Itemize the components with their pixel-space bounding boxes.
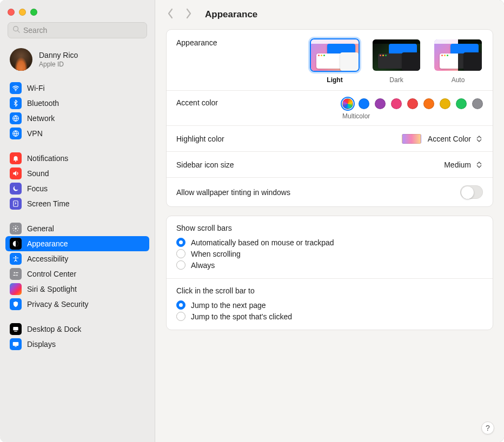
- stepper-icon: [475, 160, 483, 170]
- sidebar-item-screentime[interactable]: Screen Time: [5, 196, 149, 211]
- svg-point-10: [14, 272, 15, 273]
- accent-selected-label: Multicolor: [342, 112, 483, 120]
- click-scroll-option[interactable]: Jump to the next page: [176, 299, 483, 311]
- general-icon: [10, 223, 22, 235]
- sidebar-group: GeneralAppearanceAccessibilityControl Ce…: [0, 219, 155, 314]
- sidebar-item-desktopdock[interactable]: Desktop & Dock: [5, 322, 149, 337]
- highlight-color-select[interactable]: Accent Color: [402, 134, 483, 144]
- page-title: Appearance: [205, 9, 257, 20]
- close-window-button[interactable]: [8, 9, 15, 16]
- bluetooth-icon: [10, 97, 22, 109]
- sidebar-item-label: Bluetooth: [27, 99, 59, 108]
- highlight-swatch-icon: [402, 134, 421, 144]
- svg-point-9: [15, 256, 16, 257]
- sound-icon: [10, 168, 22, 179]
- sidebar-item-focus[interactable]: Focus: [5, 181, 149, 196]
- sidebar-item-vpn[interactable]: VPN: [5, 126, 149, 141]
- click-scroll-label: Jump to the spot that's clicked: [191, 312, 292, 321]
- highlight-value: Accent Color: [428, 135, 471, 143]
- svg-rect-16: [15, 346, 17, 347]
- scrollbars-label: When scrolling: [191, 250, 241, 258]
- sidebar-item-label: Appearance: [27, 239, 68, 248]
- sidebar-size-value: Medium: [444, 160, 471, 169]
- sidebar-item-label: VPN: [27, 129, 43, 138]
- content-area: Appearance Appearance Light Dark: [155, 0, 504, 442]
- sidebar-item-controlcenter[interactable]: Control Center: [5, 266, 149, 282]
- zoom-window-button[interactable]: [30, 9, 37, 16]
- appearance-option-label: Light: [327, 76, 342, 84]
- search-input[interactable]: [23, 26, 142, 35]
- sidebar-item-general[interactable]: General: [5, 221, 149, 236]
- highlight-label: Highlight color: [176, 135, 224, 143]
- sidebar-group: Wi-FiBluetoothNetworkVPN: [0, 78, 155, 143]
- sidebar-group: NotificationsSoundFocusScreen Time: [0, 149, 155, 213]
- wallpaper-tinting-row: Allow wallpaper tinting in windows: [167, 178, 493, 206]
- accessibility-icon: [10, 253, 22, 265]
- sidebar-item-siri[interactable]: Siri & Spotlight: [5, 282, 149, 297]
- accent-swatch-0[interactable]: [342, 98, 353, 109]
- svg-rect-13: [13, 327, 18, 330]
- appearance-option-label: Auto: [452, 76, 465, 84]
- svg-line-1: [18, 31, 20, 33]
- wallpaper-tint-toggle[interactable]: [460, 185, 483, 199]
- sidebar-item-label: Siri & Spotlight: [27, 285, 77, 293]
- sidebar-item-accessibility[interactable]: Accessibility: [5, 251, 149, 266]
- sidebar-item-label: Displays: [27, 340, 56, 349]
- focus-icon: [10, 183, 22, 195]
- user-sub: Apple ID: [39, 61, 78, 68]
- sidebar-item-privacy[interactable]: Privacy & Security: [5, 297, 149, 312]
- user-name: Danny Rico: [39, 51, 78, 59]
- sidebar-item-displays[interactable]: Displays: [5, 337, 149, 352]
- appearance-option-dark[interactable]: [372, 38, 421, 72]
- sidebar-item-label: Sound: [27, 169, 49, 178]
- appearance-label: Appearance: [176, 38, 217, 47]
- content-header: Appearance: [155, 0, 504, 29]
- controlcenter-icon: [10, 268, 22, 280]
- appearance-option-light[interactable]: [310, 38, 360, 72]
- scrollbars-block: Show scroll bars Automatically based on …: [167, 216, 493, 278]
- scrollbars-option[interactable]: Automatically based on mouse or trackpad: [176, 237, 483, 248]
- search-field[interactable]: [8, 22, 147, 38]
- appearance-option-auto[interactable]: [433, 38, 483, 72]
- sidebar-item-notifications[interactable]: Notifications: [5, 151, 149, 166]
- accent-swatch-2[interactable]: [375, 98, 386, 109]
- sidebar-item-network[interactable]: Network: [5, 111, 149, 126]
- radio-button: [176, 312, 185, 321]
- appearance-row: Appearance Light Dark: [167, 30, 493, 91]
- accent-swatch-3[interactable]: [391, 98, 402, 109]
- screentime-icon: [10, 198, 22, 210]
- sidebar-item-appearance[interactable]: Appearance: [5, 236, 149, 251]
- click-scroll-heading: Click in the scroll bar to: [176, 286, 483, 295]
- back-button[interactable]: [166, 8, 175, 21]
- scroll-panel: Show scroll bars Automatically based on …: [166, 216, 493, 330]
- sidebar-item-label: Privacy & Security: [27, 300, 89, 309]
- privacy-icon: [10, 298, 22, 310]
- highlight-color-row: Highlight color Accent Color: [167, 126, 493, 152]
- sidebar-size-select[interactable]: Medium: [444, 160, 483, 170]
- accent-swatch-7[interactable]: [456, 98, 467, 109]
- sidebar-item-label: Wi-Fi: [27, 84, 45, 92]
- accent-swatch-1[interactable]: [359, 98, 369, 109]
- radio-button: [176, 238, 185, 247]
- wifi-icon: [10, 82, 22, 94]
- accent-swatch-4[interactable]: [407, 98, 418, 109]
- scrollbars-option[interactable]: Always: [176, 259, 483, 271]
- scrollbars-option[interactable]: When scrolling: [176, 248, 483, 259]
- minimize-window-button[interactable]: [19, 9, 26, 16]
- sidebar-item-wifi[interactable]: Wi-Fi: [5, 81, 149, 96]
- click-scroll-option[interactable]: Jump to the spot that's clicked: [176, 311, 483, 322]
- accent-swatch-5[interactable]: [423, 98, 434, 109]
- sidebar-item-bluetooth[interactable]: Bluetooth: [5, 96, 149, 111]
- sidebar-item-label: General: [27, 224, 54, 233]
- accent-swatch-8[interactable]: [472, 98, 483, 109]
- radio-button: [176, 300, 185, 310]
- search-icon: [12, 25, 20, 35]
- sidebar-group: Desktop & DockDisplays: [0, 319, 155, 354]
- radio-button: [176, 249, 185, 258]
- accent-label: Accent color: [176, 98, 218, 107]
- help-button[interactable]: ?: [481, 421, 494, 434]
- accent-swatch-6[interactable]: [440, 98, 450, 109]
- apple-id-row[interactable]: Danny Rico Apple ID: [0, 44, 155, 78]
- forward-button[interactable]: [184, 8, 193, 21]
- sidebar-item-sound[interactable]: Sound: [5, 166, 149, 181]
